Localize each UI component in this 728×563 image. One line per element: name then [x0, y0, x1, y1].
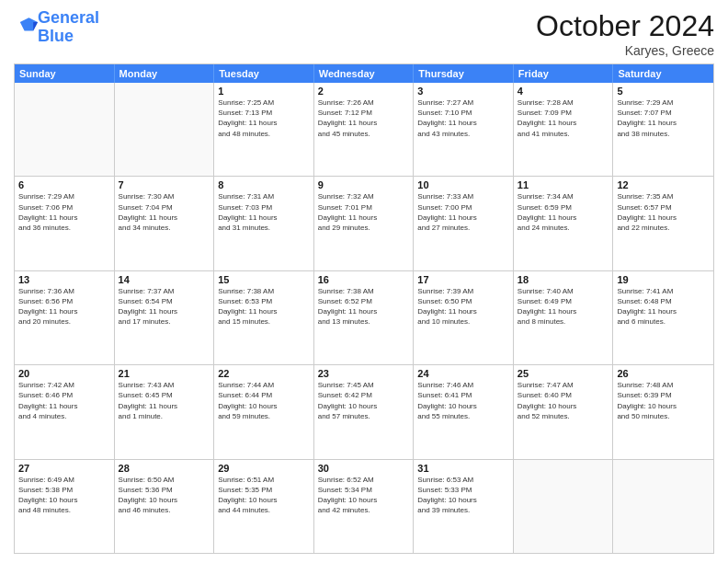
day-info: Sunrise: 7:46 AM Sunset: 6:41 PM Dayligh… — [417, 380, 509, 421]
day-info: Sunrise: 7:34 AM Sunset: 6:59 PM Dayligh… — [518, 191, 609, 233]
day-info: Sunrise: 7:42 AM Sunset: 6:46 PM Dayligh… — [18, 380, 110, 421]
calendar-cell: 30Sunrise: 6:52 AM Sunset: 5:34 PM Dayli… — [314, 460, 415, 553]
calendar-cell: 28Sunrise: 6:50 AM Sunset: 5:36 PM Dayli… — [115, 460, 215, 553]
calendar-cell — [15, 83, 115, 176]
day-info: Sunrise: 7:27 AM Sunset: 7:10 PM Dayligh… — [417, 98, 509, 139]
calendar-body: 1Sunrise: 7:25 AM Sunset: 7:13 PM Daylig… — [15, 83, 713, 553]
calendar-cell: 7Sunrise: 7:30 AM Sunset: 7:04 PM Daylig… — [115, 177, 215, 270]
day-info: Sunrise: 7:45 AM Sunset: 6:42 PM Dayligh… — [318, 380, 410, 421]
calendar-cell: 26Sunrise: 7:48 AM Sunset: 6:39 PM Dayli… — [613, 365, 713, 458]
day-number: 20 — [18, 368, 110, 379]
calendar-cell: 31Sunrise: 6:53 AM Sunset: 5:33 PM Dayli… — [414, 460, 514, 553]
day-info: Sunrise: 7:32 AM Sunset: 7:01 PM Dayligh… — [318, 191, 410, 233]
calendar-cell: 11Sunrise: 7:34 AM Sunset: 6:59 PM Dayli… — [514, 177, 614, 270]
day-info: Sunrise: 7:36 AM Sunset: 6:56 PM Dayligh… — [18, 286, 110, 327]
day-number: 21 — [119, 368, 210, 379]
calendar-cell: 27Sunrise: 6:49 AM Sunset: 5:38 PM Dayli… — [15, 460, 115, 553]
day-info: Sunrise: 7:35 AM Sunset: 6:57 PM Dayligh… — [617, 191, 710, 233]
day-info: Sunrise: 7:33 AM Sunset: 7:00 PM Dayligh… — [417, 191, 509, 233]
day-info: Sunrise: 7:30 AM Sunset: 7:04 PM Dayligh… — [119, 191, 210, 233]
day-number: 27 — [18, 463, 110, 474]
logo-text: General Blue — [38, 9, 99, 46]
day-number: 14 — [119, 274, 210, 285]
day-info: Sunrise: 6:52 AM Sunset: 5:34 PM Dayligh… — [318, 475, 410, 516]
month-title: October 2024 — [536, 9, 714, 43]
logo: General Blue — [14, 9, 99, 46]
day-info: Sunrise: 7:29 AM Sunset: 7:06 PM Dayligh… — [18, 191, 110, 233]
day-number: 8 — [218, 179, 310, 190]
calendar: SundayMondayTuesdayWednesdayThursdayFrid… — [14, 63, 714, 554]
calendar-cell: 1Sunrise: 7:25 AM Sunset: 7:13 PM Daylig… — [214, 83, 314, 176]
day-number: 15 — [218, 274, 310, 285]
calendar-cell: 19Sunrise: 7:41 AM Sunset: 6:48 PM Dayli… — [613, 271, 713, 364]
calendar-cell: 22Sunrise: 7:44 AM Sunset: 6:44 PM Dayli… — [214, 365, 314, 458]
day-number: 1 — [218, 86, 310, 97]
calendar-cell: 10Sunrise: 7:33 AM Sunset: 7:00 PM Dayli… — [414, 177, 514, 270]
calendar-row: 13Sunrise: 7:36 AM Sunset: 6:56 PM Dayli… — [15, 271, 713, 365]
calendar-cell: 17Sunrise: 7:39 AM Sunset: 6:50 PM Dayli… — [414, 271, 514, 364]
day-info: Sunrise: 7:25 AM Sunset: 7:13 PM Dayligh… — [218, 98, 310, 139]
calendar-cell: 14Sunrise: 7:37 AM Sunset: 6:54 PM Dayli… — [115, 271, 215, 364]
day-number: 19 — [617, 274, 710, 285]
header: General Blue October 2024 Karyes, Greece — [14, 9, 714, 58]
calendar-cell: 20Sunrise: 7:42 AM Sunset: 6:46 PM Dayli… — [15, 365, 115, 458]
day-info: Sunrise: 7:44 AM Sunset: 6:44 PM Dayligh… — [218, 380, 310, 421]
day-number: 13 — [18, 274, 110, 285]
day-info: Sunrise: 6:51 AM Sunset: 5:35 PM Dayligh… — [218, 475, 310, 516]
calendar-cell: 18Sunrise: 7:40 AM Sunset: 6:49 PM Dayli… — [514, 271, 614, 364]
weekday-header: Saturday — [613, 64, 713, 83]
day-info: Sunrise: 7:39 AM Sunset: 6:50 PM Dayligh… — [417, 286, 509, 327]
location: Karyes, Greece — [536, 43, 714, 58]
day-number: 5 — [617, 86, 710, 97]
day-number: 31 — [417, 463, 509, 474]
day-number: 17 — [417, 274, 509, 285]
weekday-header: Thursday — [414, 64, 514, 83]
day-info: Sunrise: 7:28 AM Sunset: 7:09 PM Dayligh… — [518, 98, 609, 139]
calendar-cell: 8Sunrise: 7:31 AM Sunset: 7:03 PM Daylig… — [214, 177, 314, 270]
calendar-cell: 3Sunrise: 7:27 AM Sunset: 7:10 PM Daylig… — [414, 83, 514, 176]
calendar-cell: 9Sunrise: 7:32 AM Sunset: 7:01 PM Daylig… — [314, 177, 415, 270]
day-number: 30 — [318, 463, 410, 474]
day-number: 24 — [417, 368, 509, 379]
calendar-cell — [613, 460, 713, 553]
day-number: 3 — [417, 86, 509, 97]
day-info: Sunrise: 7:40 AM Sunset: 6:49 PM Dayligh… — [518, 286, 609, 327]
day-info: Sunrise: 7:26 AM Sunset: 7:12 PM Dayligh… — [318, 98, 410, 139]
calendar-cell — [514, 460, 614, 553]
day-number: 6 — [18, 179, 110, 190]
calendar-cell: 12Sunrise: 7:35 AM Sunset: 6:57 PM Dayli… — [613, 177, 713, 270]
calendar-cell: 2Sunrise: 7:26 AM Sunset: 7:12 PM Daylig… — [314, 83, 415, 176]
day-number: 4 — [518, 86, 609, 97]
day-info: Sunrise: 6:53 AM Sunset: 5:33 PM Dayligh… — [417, 475, 509, 516]
day-info: Sunrise: 7:38 AM Sunset: 6:52 PM Dayligh… — [318, 286, 410, 327]
day-number: 9 — [318, 179, 410, 190]
calendar-cell: 25Sunrise: 7:47 AM Sunset: 6:40 PM Dayli… — [514, 365, 614, 458]
calendar-cell: 21Sunrise: 7:43 AM Sunset: 6:45 PM Dayli… — [115, 365, 215, 458]
calendar-cell: 4Sunrise: 7:28 AM Sunset: 7:09 PM Daylig… — [514, 83, 614, 176]
calendar-row: 20Sunrise: 7:42 AM Sunset: 6:46 PM Dayli… — [15, 365, 713, 459]
day-number: 7 — [119, 179, 210, 190]
day-number: 22 — [218, 368, 310, 379]
calendar-cell: 5Sunrise: 7:29 AM Sunset: 7:07 PM Daylig… — [613, 83, 713, 176]
page: General Blue October 2024 Karyes, Greece… — [0, 0, 728, 563]
day-number: 26 — [617, 368, 710, 379]
calendar-cell: 23Sunrise: 7:45 AM Sunset: 6:42 PM Dayli… — [314, 365, 415, 458]
calendar-cell: 13Sunrise: 7:36 AM Sunset: 6:56 PM Dayli… — [15, 271, 115, 364]
weekday-header: Tuesday — [214, 64, 314, 83]
day-info: Sunrise: 7:38 AM Sunset: 6:53 PM Dayligh… — [218, 286, 310, 327]
day-info: Sunrise: 7:48 AM Sunset: 6:39 PM Dayligh… — [617, 380, 710, 421]
day-number: 16 — [318, 274, 410, 285]
weekday-header: Wednesday — [314, 64, 415, 83]
logo-icon — [16, 15, 38, 37]
day-info: Sunrise: 7:47 AM Sunset: 6:40 PM Dayligh… — [518, 380, 609, 421]
day-number: 11 — [518, 179, 609, 190]
day-number: 2 — [318, 86, 410, 97]
weekday-header: Friday — [514, 64, 614, 83]
day-info: Sunrise: 6:50 AM Sunset: 5:36 PM Dayligh… — [119, 475, 210, 516]
day-number: 25 — [518, 368, 609, 379]
day-number: 28 — [119, 463, 210, 474]
calendar-row: 1Sunrise: 7:25 AM Sunset: 7:13 PM Daylig… — [15, 83, 713, 177]
calendar-cell: 16Sunrise: 7:38 AM Sunset: 6:52 PM Dayli… — [314, 271, 415, 364]
calendar-cell: 15Sunrise: 7:38 AM Sunset: 6:53 PM Dayli… — [214, 271, 314, 364]
calendar-cell: 6Sunrise: 7:29 AM Sunset: 7:06 PM Daylig… — [15, 177, 115, 270]
